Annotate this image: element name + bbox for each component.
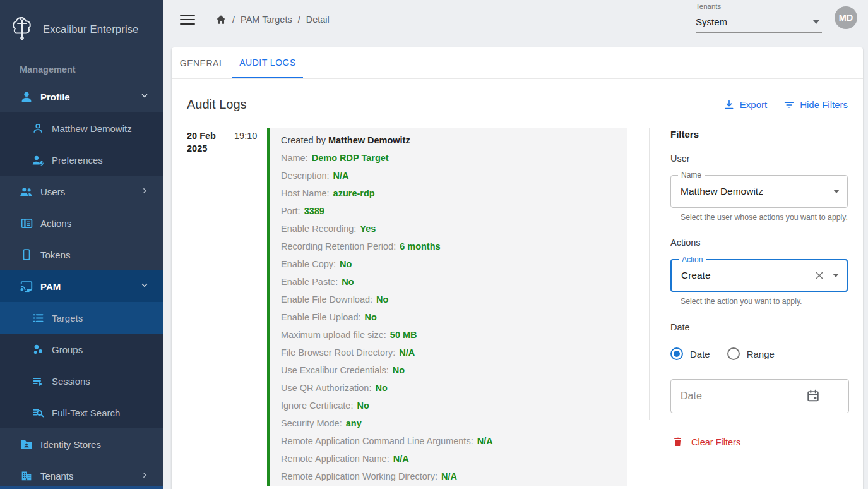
radio-date[interactable] [670, 347, 683, 360]
log-field-value: No [375, 383, 387, 393]
sidebar-item-tokens[interactable]: Tokens [0, 239, 163, 270]
log-field-label: Enable File Upload: [281, 312, 361, 322]
log-field-row: Enable File Download:No [281, 291, 615, 308]
log-field-value: 3389 [304, 206, 324, 216]
log-field-list: Name:Demo RDP Target Description:N/A Hos… [281, 149, 615, 485]
radio-range[interactable] [727, 347, 740, 360]
log-field-row: Use Excalibur Credentials:No [281, 361, 615, 379]
sidebar-item-sessions[interactable]: Sessions [0, 365, 163, 397]
sidebar-item-users[interactable]: Users [0, 176, 163, 207]
tenant-selector-block: Tenants System [696, 3, 822, 33]
person-icon [20, 90, 33, 104]
breadcrumb-separator: / [232, 15, 235, 25]
person-outline-icon [31, 121, 45, 135]
log-field-row: Maximum upload file size:50 MB [281, 326, 615, 344]
log-field-value: any [346, 418, 362, 428]
log-field-label: Enable File Download: [281, 294, 372, 305]
dropdown-arrow-icon [833, 274, 839, 277]
log-field-label: Security Mode: [281, 418, 342, 428]
sidebar-item-pam[interactable]: PAM [0, 270, 163, 302]
sidebar-item-matthew-demowitz[interactable]: Matthew Demowitz [0, 112, 163, 144]
sidebar-item-actions[interactable]: Actions [0, 207, 163, 239]
building-icon [20, 469, 33, 483]
log-field-value: No [365, 312, 377, 322]
log-field-value: No [376, 294, 388, 305]
sidebar-item-groups[interactable]: Groups [0, 334, 163, 365]
detail-card: GENERAL AUDIT LOGS Audit Logs Export Hid… [172, 47, 863, 489]
breadcrumb: / PAM Targets / Detail [215, 14, 330, 25]
cast-icon [20, 279, 33, 293]
log-field-value: azure-rdp [333, 188, 375, 198]
clear-filters-button[interactable]: Clear Filters [672, 437, 848, 447]
export-button[interactable]: Export [723, 99, 767, 111]
log-field-row: Enable Copy:No [281, 255, 615, 273]
date-input[interactable] [670, 379, 849, 413]
user-helper-text: Select the user whose actions you want t… [681, 212, 852, 223]
tenant-select[interactable]: System [696, 11, 822, 33]
sidebar-item-targets[interactable]: Targets [0, 302, 163, 334]
tab-audit-logs[interactable]: AUDIT LOGS [232, 47, 303, 78]
log-field-value: N/A [477, 436, 493, 446]
breadcrumb-detail[interactable]: Detail [306, 15, 330, 25]
calendar-icon[interactable] [806, 389, 820, 405]
trash-icon [672, 437, 683, 447]
tab-general[interactable]: GENERAL [172, 47, 232, 78]
log-field-label: Description: [281, 171, 330, 181]
radio-date-label[interactable]: Date [690, 349, 710, 359]
log-field-value: N/A [399, 347, 415, 358]
log-field-label: Remote Application Name: [281, 454, 389, 464]
log-field-label: Enable Recording: [281, 224, 356, 234]
breadcrumb-separator: / [298, 15, 300, 25]
hide-filters-button[interactable]: Hide Filters [783, 99, 848, 111]
tenant-value: System [696, 16, 727, 27]
sidebar-item-profile[interactable]: Profile [0, 81, 163, 112]
chevron-down-icon [140, 281, 149, 292]
log-field-label: Enable Copy: [281, 259, 336, 269]
log-field-label: Use QR Authorization: [281, 383, 371, 393]
log-field-label: Remote Application Command Line Argument… [281, 436, 473, 446]
filter-actions-label: Actions [670, 238, 848, 248]
home-icon[interactable] [215, 14, 227, 25]
log-field-label: Name: [281, 153, 308, 163]
tenants-label: Tenants [696, 3, 822, 10]
log-field-row: Use QR Authorization:No [281, 379, 615, 397]
download-icon [723, 99, 735, 111]
breadcrumb-pam-targets[interactable]: PAM Targets [241, 15, 292, 25]
clear-icon[interactable] [814, 270, 825, 281]
search-lines-icon [31, 406, 45, 420]
log-field-value: N/A [333, 171, 349, 181]
sidebar-item-full-text-search[interactable]: Full-Text Search [0, 397, 163, 428]
sidebar: Excalibur Enterprise Management Profile … [0, 0, 163, 489]
log-field-row: Enable Recording:Yes [281, 220, 615, 238]
sidebar-item-tenants[interactable]: Tenants [0, 460, 163, 489]
user-name-select[interactable]: Name Matthew Demowitz [670, 175, 848, 208]
log-field-label: File Browser Root Directory: [281, 347, 395, 358]
people-icon [20, 184, 33, 198]
dropdown-arrow-icon [833, 190, 840, 193]
list-icon [31, 311, 45, 325]
log-field-label: Ignore Certificate: [281, 401, 353, 411]
log-created-by-name: Matthew Demowitz [328, 135, 410, 145]
log-field-label: Recording Retention Period: [281, 241, 396, 251]
topbar: / PAM Targets / Detail Tenants System MD [163, 0, 868, 39]
log-field-row: Remote Application Name:N/A [281, 450, 615, 468]
user-avatar[interactable]: MD [835, 6, 857, 29]
log-field-row: File Browser Root Directory:N/A [281, 344, 615, 361]
sidebar-section-management: Management [0, 48, 163, 81]
sidebar-item-preferences[interactable]: Preferences [0, 144, 163, 176]
log-field-row: Recording Retention Period:6 months [281, 238, 615, 255]
log-field-label: Remote Application Working Directory: [281, 471, 437, 481]
sidebar-item-identity-stores[interactable]: Identity Stores [0, 428, 163, 460]
menu-toggle-button[interactable] [180, 11, 195, 28]
person-gear-icon [31, 153, 45, 167]
date-mode-radio-group: Date Range [670, 347, 848, 360]
log-field-row: Host Name:azure-rdp [281, 184, 615, 202]
filters-panel: Filters User Name Matthew Demowitz Selec… [649, 128, 848, 486]
radio-range-label[interactable]: Range [747, 349, 775, 359]
log-field-value: Yes [360, 224, 376, 234]
log-field-value: No [357, 401, 369, 411]
bubble-chart-icon [31, 342, 45, 356]
action-select[interactable]: Action Create [670, 259, 848, 292]
log-entry-date: 20 Feb 2025 [187, 130, 226, 486]
log-field-row: Security Mode:any [281, 414, 615, 432]
